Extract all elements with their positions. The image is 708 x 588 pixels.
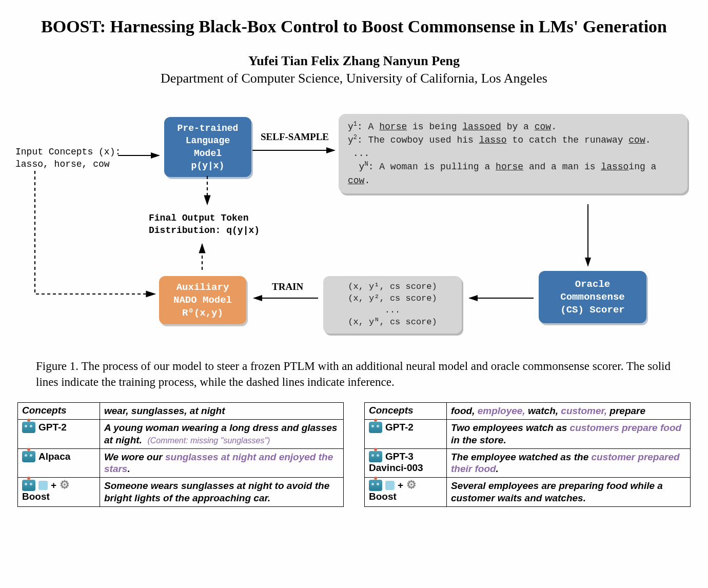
nado-box: Auxiliary NADO Model Rᴼ(x,y) [159, 276, 246, 324]
example-table-left: Concepts wear, sunglasses, at night GPT-… [17, 402, 344, 506]
boost-text: Someone wears sunglasses at night to avo… [100, 478, 344, 507]
gear-icon: ⚙ [60, 480, 70, 491]
robot-icon [22, 422, 35, 433]
concepts-label: Concepts [18, 403, 100, 420]
robot-icon [369, 422, 382, 433]
example-tables: Concepts wear, sunglasses, at night GPT-… [17, 402, 691, 506]
concepts-label: Concepts [365, 403, 447, 420]
ice-icon [385, 481, 395, 490]
gpt2-text: Two employees watch as customers prepare… [447, 420, 691, 449]
example-table-right: Concepts food, employee, watch, customer… [364, 402, 691, 506]
gpt2-text: A young woman wearing a long dress and g… [100, 420, 344, 449]
affiliation: Department of Computer Science, Universi… [15, 71, 693, 86]
gpt3-text: The employee watched as the customer pre… [447, 448, 691, 478]
final-output-label: Final Output Token Distribution: q(y|x) [149, 212, 260, 237]
input-concepts: Input Concepts (x): lasso, horse, cow [15, 146, 121, 171]
self-sample-label: SELF-SAMPLE [261, 131, 329, 143]
paper-title: BOOST: Harnessing Black-Box Control to B… [36, 15, 672, 38]
tuples-box: (x, y¹, cs score) (x, y², cs score) ... … [323, 276, 462, 334]
boost-text: Several employees are preparing food whi… [447, 478, 691, 507]
concepts-text: wear, sunglasses, at night [100, 403, 344, 420]
robot-icon [369, 480, 382, 491]
robot-icon [22, 480, 35, 491]
figure-1: Input Concepts (x): lasso, horse, cow Pr… [15, 102, 693, 348]
figure-caption: Figure 1. The process of our model to st… [36, 358, 672, 390]
samples-box: y1: A horse is being lassoed by a cow. y… [339, 114, 687, 193]
robot-icon [22, 451, 35, 462]
alpaca-text: We wore our sunglasses at night and enjo… [100, 448, 344, 478]
gear-icon: ⚙ [406, 480, 417, 491]
authors: Yufei Tian Felix Zhang Nanyun Peng [15, 53, 693, 69]
ice-icon [38, 481, 48, 490]
train-label: TRAIN [272, 281, 303, 292]
oracle-box: Oracle Commonsense (CS) Scorer [539, 271, 646, 323]
concepts-text: food, employee, watch, customer, prepare [447, 403, 691, 420]
ptlm-box: Pre-trained Language Model p(y|x) [164, 117, 251, 177]
robot-icon [369, 451, 382, 462]
